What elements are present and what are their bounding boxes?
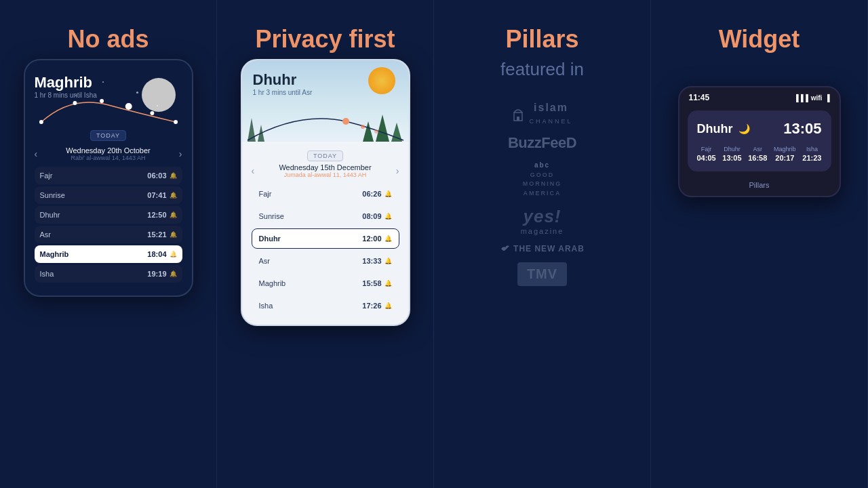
bell-icon: 🔔 <box>170 251 177 258</box>
date-main-dark: Wednesday 20th October <box>37 146 179 155</box>
phone-mockup-light: Dhuhr 1 hr 3 mins until Asr TODAY ‹ Wedn… <box>241 59 410 326</box>
panel-privacy: Privacy first Dhuhr 1 hr 3 mins until As… <box>217 0 434 488</box>
prayer-isha-light[interactable]: Isha 17:26 🔔 <box>252 296 399 316</box>
sun-icon <box>368 67 395 94</box>
panel-title-privacy: Privacy first <box>255 24 395 54</box>
date-main-light: Wednesday 15th December <box>254 163 396 171</box>
panel-pillars: Pillars featured in islamCHANNEL BuzzFee… <box>434 0 651 488</box>
date-nav-dark: ‹ Wednesday 20th October Rabi' al-awwal … <box>35 146 182 161</box>
sun-arc-light <box>242 108 409 142</box>
bird-icon <box>500 243 511 254</box>
panel-title-pillars: Pillars <box>505 24 578 54</box>
logo-buzzfeed: BuzzFeeD <box>508 134 576 152</box>
logo-yes-magazine: yes!magazine <box>521 206 564 235</box>
bell-icon: 🔔 <box>384 235 392 242</box>
prayer-fajr-light[interactable]: Fajr 06:26 🔔 <box>252 184 399 204</box>
svg-point-3 <box>125 103 132 110</box>
svg-point-0 <box>39 120 43 124</box>
svg-point-5 <box>174 120 178 124</box>
svg-point-6 <box>342 118 349 125</box>
panel-title-widget: Widget <box>719 24 800 54</box>
widget-time-asr: Asr 16:58 <box>748 146 767 162</box>
mosque-icon <box>511 106 525 122</box>
battery-icon: ▐ <box>825 94 829 102</box>
svg-point-8 <box>374 129 378 134</box>
widget-time-dhuhr: Dhuhr 13:05 <box>722 146 741 162</box>
prayer-asr-dark[interactable]: Asr 15:21 🔔 <box>35 226 182 243</box>
logo-islam-channel: islamCHANNEL <box>511 102 572 126</box>
bell-icon: 🔔 <box>384 280 392 287</box>
widget-status-bar: 11:45 ▐▐▐ wifi ▐ <box>679 87 840 105</box>
panel-no-ads: No ads Maghrib 1 hr 8 mins until Isha <box>0 0 217 488</box>
widget-prayer-name: Dhuhr <box>697 122 733 136</box>
prayer-asr-light[interactable]: Asr 13:33 🔔 <box>252 251 399 271</box>
panel-subtitle-pillars: featured in <box>500 59 584 80</box>
widget-time-maghrib: Maghrib 20:17 <box>774 146 796 162</box>
next-date-dark[interactable]: › <box>179 148 182 159</box>
bell-icon: 🔔 <box>170 270 177 277</box>
date-nav-light: ‹ Wednesday 15th December Jumada al-awwa… <box>252 163 399 178</box>
bell-icon: 🔔 <box>384 302 392 309</box>
prayer-isha-dark[interactable]: Isha 19:19 🔔 <box>35 265 182 283</box>
widget-time-fajr: Fajr 04:05 <box>697 146 716 162</box>
bell-icon: 🔔 <box>384 258 392 264</box>
wifi-icon: wifi <box>811 94 823 102</box>
date-hijri-dark: Rabi' al-awwal 14, 1443 AH <box>37 155 179 161</box>
prayer-list-light: Fajr 06:26 🔔 Sunrise 08:09 🔔 Dhuhr <box>252 184 399 316</box>
next-date-light[interactable]: › <box>396 165 399 176</box>
sky-prayer-header: Dhuhr 1 hr 3 mins until Asr <box>253 71 313 96</box>
bell-icon: 🔔 <box>170 192 177 199</box>
widget-times-row: Fajr 04:05 Dhuhr 13:05 Asr 16:58 Maghrib… <box>697 146 822 162</box>
logos-grid: islamCHANNEL BuzzFeeD abc GOODMORNINGAME… <box>448 102 637 286</box>
sky-header: Dhuhr 1 hr 3 mins until Asr <box>242 60 409 142</box>
panel-widget: Widget 11:45 ▐▐▐ wifi ▐ Dhuhr 🌙 13:05 <box>651 0 868 488</box>
status-icons: ▐▐▐ wifi ▐ <box>793 94 829 102</box>
prayer-sunrise-dark[interactable]: Sunrise 07:41 🔔 <box>35 186 182 204</box>
today-badge-dark: TODAY <box>90 130 126 141</box>
signal-icon: ▐▐▐ <box>793 94 808 102</box>
bell-icon: 🔔 <box>170 231 177 238</box>
prayer-sunrise-light[interactable]: Sunrise 08:09 🔔 <box>252 206 399 226</box>
logo-tmv: TMV <box>517 262 567 286</box>
date-hijri-light: Jumada al-awwal 11, 1443 AH <box>254 171 396 178</box>
widget-time-isha: Isha 21:23 <box>802 146 821 162</box>
svg-point-4 <box>150 111 154 115</box>
logo-the-new-arab: THE NEW ARAB <box>500 243 585 254</box>
light-phone-body: TODAY ‹ Wednesday 15th December Jumada a… <box>242 142 409 325</box>
bell-icon: 🔔 <box>384 190 392 197</box>
widget-phone-mockup: 11:45 ▐▐▐ wifi ▐ Dhuhr 🌙 13:05 Fajr <box>678 86 841 197</box>
prayer-dhuhr-light-active[interactable]: Dhuhr 12:00 🔔 <box>252 228 399 249</box>
prayer-maghrib-light[interactable]: Maghrib 15:58 🔔 <box>252 273 399 293</box>
dark-prayer-name: Maghrib <box>35 74 97 92</box>
svg-point-1 <box>73 101 77 105</box>
widget-current-prayer: Dhuhr 🌙 13:05 <box>697 120 822 138</box>
widget-clock: 11:45 <box>689 93 710 102</box>
light-prayer-subtitle: 1 hr 3 mins until Asr <box>253 89 313 96</box>
svg-rect-10 <box>517 117 519 121</box>
panel-title-no-ads: No ads <box>67 24 149 54</box>
prayer-dhuhr-dark[interactable]: Dhuhr 12:50 🔔 <box>35 206 182 224</box>
prayer-list-dark: Fajr 06:03 🔔 Sunrise 07:41 🔔 Dhuhr <box>35 167 182 283</box>
sun-arc-svg <box>35 92 182 125</box>
logo-gma: abc GOODMORNINGAMERICA <box>523 160 562 198</box>
svg-point-7 <box>361 125 365 129</box>
widget-pillars-button[interactable]: Pillars <box>679 177 840 196</box>
widget-prayer-card: Dhuhr 🌙 13:05 Fajr 04:05 Dhuhr 13:05 Asr <box>688 110 831 171</box>
bell-icon: 🔔 <box>170 211 177 218</box>
bell-icon: 🔔 <box>384 213 392 220</box>
svg-point-2 <box>100 99 104 103</box>
bell-icon: 🔔 <box>170 172 177 179</box>
prayer-fajr-dark[interactable]: Fajr 06:03 🔔 <box>35 167 182 184</box>
widget-prayer-time: 13:05 <box>783 120 821 138</box>
phone-mockup-dark: Maghrib 1 hr 8 mins until Isha TODAY <box>24 59 193 297</box>
prayer-maghrib-dark-active[interactable]: Maghrib 18:04 🔔 <box>35 245 182 263</box>
light-prayer-name: Dhuhr <box>253 71 313 89</box>
widget-container: 11:45 ▐▐▐ wifi ▐ Dhuhr 🌙 13:05 Fajr <box>678 86 841 197</box>
today-badge-light: TODAY <box>307 150 343 161</box>
crescent-moon-icon: 🌙 <box>738 123 750 134</box>
